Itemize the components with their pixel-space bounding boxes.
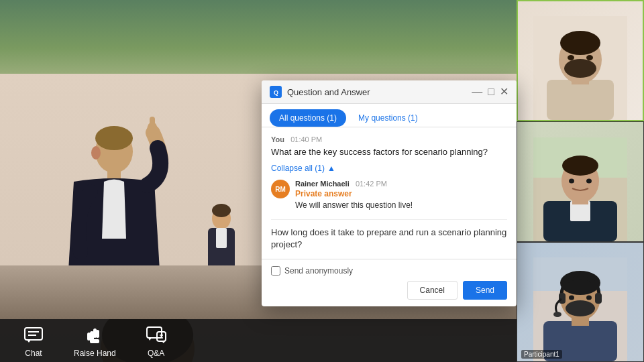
qa-titlebar: Q Question and Answer — □ ✕ — [262, 80, 517, 104]
close-button[interactable]: ✕ — [500, 86, 508, 97]
svg-point-39 — [564, 59, 596, 78]
collapse-chevron-icon: ▲ — [327, 164, 335, 173]
svg-point-62 — [586, 295, 592, 300]
q1-text: What are the key success factors for sce… — [271, 146, 507, 158]
anon-checkbox[interactable] — [271, 266, 280, 276]
svg-point-5 — [95, 126, 133, 150]
answer-content: Rainer Michaeli 01:42 PM Private answer … — [295, 180, 507, 211]
qa-button[interactable]: Q&A — [136, 323, 176, 358]
svg-rect-58 — [559, 293, 566, 304]
chat-label: Chat — [25, 349, 42, 358]
chat-icon — [20, 323, 47, 347]
participant-3-label: Participant1 — [521, 350, 562, 359]
cancel-button[interactable]: Cancel — [407, 281, 458, 300]
svg-point-50 — [586, 178, 592, 183]
qa-tabs: All questions (1) My questions (1) — [262, 104, 517, 127]
svg-point-6 — [91, 146, 101, 160]
raise-hand-label: Raise Hand — [74, 349, 116, 358]
participant-video-3: Participant1 — [517, 242, 644, 362]
svg-rect-25 — [96, 330, 99, 338]
qa-title-icon: Q — [270, 86, 282, 98]
svg-rect-9 — [150, 117, 155, 133]
collapse-label: Collapse all (1) — [271, 164, 325, 173]
svg-point-38 — [560, 31, 600, 55]
svg-marker-31 — [162, 341, 165, 343]
button-row: Cancel Send — [271, 281, 507, 300]
sidebar: Participant1 — [517, 0, 644, 362]
svg-rect-3 — [216, 228, 227, 248]
anon-label: Send anonymously — [284, 266, 353, 276]
anon-row: Send anonymously — [271, 266, 507, 276]
svg-point-40 — [568, 55, 574, 60]
svg-text:Q: Q — [274, 89, 278, 96]
answer-meta: Rainer Michaeli 01:42 PM — [295, 180, 507, 188]
answer-block: RM Rainer Michaeli 01:42 PM Private answ… — [271, 180, 507, 211]
qa-icon — [143, 323, 170, 347]
answerer-name: Rainer Michaeli — [295, 180, 350, 188]
svg-rect-35 — [547, 80, 614, 120]
svg-rect-27 — [90, 339, 99, 343]
svg-rect-19 — [25, 328, 42, 340]
private-label: Private answer — [295, 189, 507, 198]
tab-my-questions[interactable]: My questions (1) — [349, 109, 427, 127]
raise-hand-button[interactable]: Raise Hand — [74, 323, 116, 358]
q1-from-name: You — [271, 135, 284, 143]
svg-point-60 — [553, 312, 561, 317]
qa-content: You 01:40 PM What are the key success fa… — [262, 127, 517, 259]
chat-button[interactable]: Chat — [13, 323, 54, 358]
svg-point-48 — [562, 156, 598, 176]
send-button[interactable]: Send — [463, 281, 507, 300]
q1-from: You 01:40 PM — [271, 135, 507, 143]
window-controls: — □ ✕ — [472, 86, 508, 97]
svg-rect-26 — [87, 333, 91, 341]
participant-video-1 — [517, 0, 644, 121]
answer-text: We will answer this question live! — [295, 200, 507, 211]
participant-video-2 — [517, 121, 644, 241]
collapse-all-button[interactable]: Collapse all (1) ▲ — [271, 164, 507, 173]
qa-title: Question and Answer — [287, 87, 472, 97]
svg-point-61 — [569, 295, 574, 300]
tab-all-questions[interactable]: All questions (1) — [270, 109, 346, 127]
maximize-button[interactable]: □ — [488, 86, 494, 97]
svg-point-49 — [569, 178, 574, 183]
minimize-button[interactable]: — — [472, 86, 482, 97]
q1-time: 01:40 PM — [290, 135, 322, 143]
svg-marker-29 — [148, 338, 152, 341]
svg-point-41 — [586, 55, 593, 60]
answerer-avatar: RM — [271, 180, 290, 198]
raise-hand-icon — [81, 323, 108, 347]
svg-point-1 — [212, 204, 231, 217]
svg-marker-22 — [27, 340, 31, 343]
divider — [271, 219, 507, 220]
svg-point-57 — [566, 300, 595, 316]
answer-time: 01:42 PM — [356, 180, 387, 188]
qa-input-area: Send anonymously Cancel Send — [262, 259, 517, 306]
qa-dialog: Q Question and Answer — □ ✕ All question… — [262, 80, 517, 306]
q2-text: How long does it take to prepare and run… — [271, 227, 507, 251]
svg-rect-59 — [595, 293, 602, 304]
qa-label: Q&A — [148, 349, 164, 358]
toolbar: Chat Raise Hand — [0, 319, 517, 362]
